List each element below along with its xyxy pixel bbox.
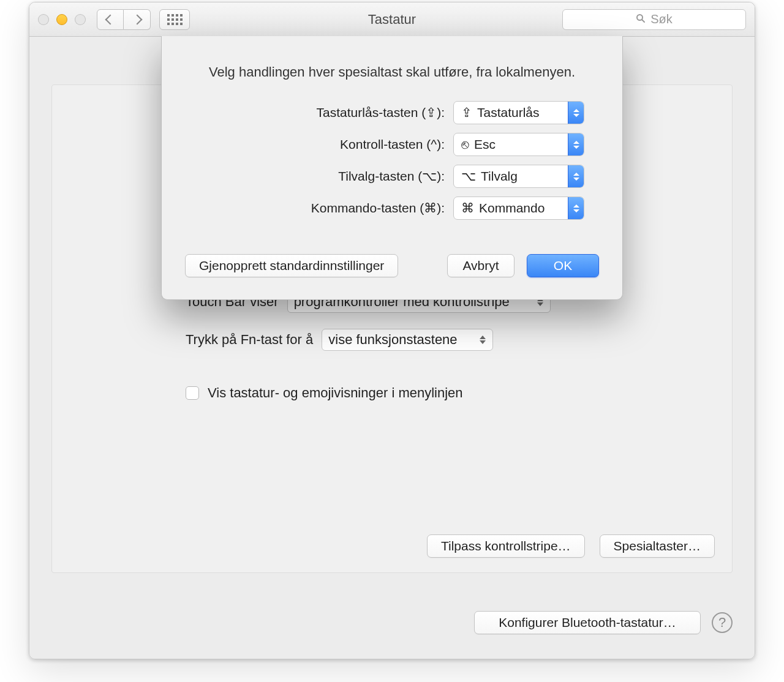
command-label: Kommando-tasten (⌘): <box>200 201 453 215</box>
capslock-select[interactable]: ⇪Tastaturlås <box>453 101 584 124</box>
minimize-window-button[interactable] <box>56 14 67 25</box>
search-input[interactable]: Søk <box>562 9 746 30</box>
command-select[interactable]: ⌘Kommando <box>453 197 584 220</box>
nav-back-forward <box>97 9 151 30</box>
svg-point-0 <box>637 15 643 20</box>
chevron-left-icon <box>105 14 116 24</box>
show-keyboard-emoji-label: Vis tastatur- og emojivisninger i menyli… <box>208 385 463 401</box>
option-select[interactable]: ⌥Tilvalg <box>453 165 584 188</box>
sheet-title: Velg handlingen hver spesialtast skal ut… <box>185 64 599 80</box>
popup-arrow-icon <box>568 102 584 124</box>
control-select[interactable]: ⎋Esc <box>453 133 584 156</box>
updown-icon <box>479 335 486 344</box>
control-label: Kontroll-tasten (^): <box>200 137 453 152</box>
titlebar: Tastatur Søk <box>29 2 755 37</box>
option-icon: ⌥ <box>461 169 476 184</box>
ok-button[interactable]: OK <box>527 254 599 277</box>
popup-arrow-icon <box>568 165 584 187</box>
forward-button[interactable] <box>124 9 151 30</box>
customize-control-strip-button[interactable]: Tilpass kontrollstripe… <box>427 534 585 558</box>
popup-arrow-icon <box>568 197 584 219</box>
back-button[interactable] <box>97 9 124 30</box>
modifier-keys-sheet: Velg handlingen hver spesialtast skal ut… <box>161 36 623 300</box>
option-label: Tilvalg-tasten (⌥): <box>200 169 453 184</box>
zoom-window-button[interactable] <box>75 14 86 25</box>
command-icon: ⌘ <box>461 201 474 215</box>
capslock-icon: ⇪ <box>461 105 472 120</box>
show-keyboard-emoji-checkbox[interactable] <box>186 386 199 400</box>
popup-arrow-icon <box>568 133 584 156</box>
help-button[interactable]: ? <box>712 612 733 633</box>
search-placeholder: Søk <box>650 12 673 26</box>
chevron-right-icon <box>132 14 142 24</box>
fn-key-label: Trykk på Fn-tast for å <box>186 332 313 348</box>
preferences-window: Tastatur Søk Touch Bar viser programkont… <box>29 2 755 659</box>
modifier-keys-button[interactable]: Spesialtaster… <box>600 534 715 558</box>
grid-icon <box>167 14 183 25</box>
fn-key-select[interactable]: vise funksjonstastene <box>322 329 493 351</box>
restore-defaults-button[interactable]: Gjenopprett standardinnstillinger <box>185 254 398 277</box>
traffic-lights <box>38 14 86 25</box>
close-window-button[interactable] <box>38 14 49 25</box>
capslock-label: Tastaturlås-tasten (⇪): <box>200 105 453 120</box>
cancel-button[interactable]: Avbryt <box>447 254 514 277</box>
svg-line-1 <box>643 20 645 23</box>
fn-key-select-value: vise funksjonstastene <box>328 332 473 348</box>
search-icon <box>636 12 646 26</box>
escape-icon: ⎋ <box>461 137 469 152</box>
body: Touch Bar viser programkontroller med ko… <box>29 37 755 659</box>
control-value: Esc <box>474 137 496 152</box>
show-all-prefs-button[interactable] <box>159 9 190 30</box>
configure-bluetooth-keyboard-button[interactable]: Konfigurer Bluetooth-tastatur… <box>474 611 701 634</box>
capslock-value: Tastaturlås <box>477 105 540 120</box>
option-value: Tilvalg <box>481 169 518 184</box>
command-value: Kommando <box>479 201 545 215</box>
